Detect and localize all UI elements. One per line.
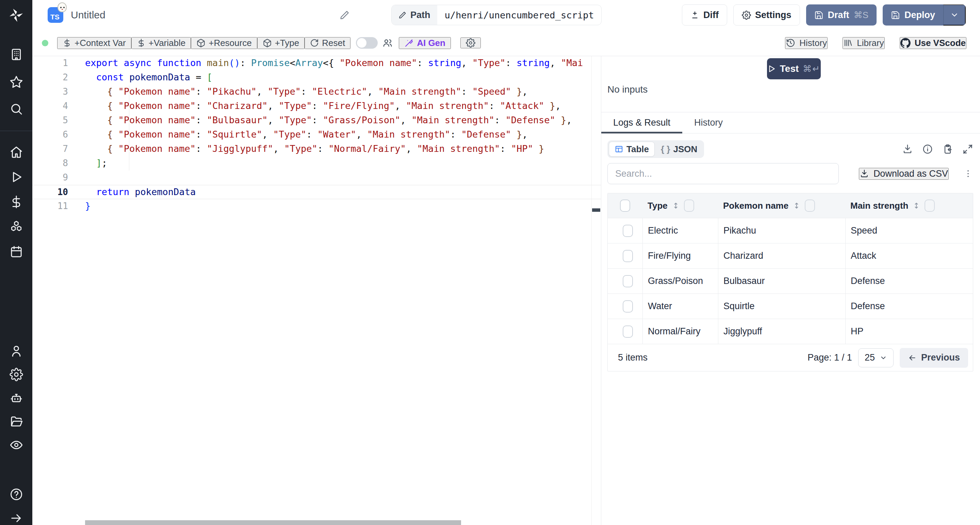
select-all-checkbox[interactable]	[620, 199, 630, 212]
edit-path-pencil-icon	[398, 11, 407, 19]
folders-icon[interactable]	[10, 415, 23, 428]
resources-boxes-icon[interactable]	[10, 220, 23, 233]
editor-toolbar: +Context Var +Variable +Resource +Type R…	[32, 30, 980, 56]
deploy-button[interactable]: Deploy	[883, 5, 943, 26]
previous-page-button[interactable]: Previous	[900, 348, 968, 368]
sort-icon[interactable]	[792, 201, 801, 210]
row-checkbox[interactable]	[623, 275, 633, 287]
variables-dollar-icon[interactable]	[10, 195, 23, 209]
settings-gear-icon[interactable]	[10, 368, 23, 381]
draft-button[interactable]: Draft ⌘S	[806, 5, 877, 26]
page-indicator: Page: 1 / 1	[808, 353, 852, 363]
more-options-kebab-icon[interactable]	[963, 169, 973, 179]
expand-fullscreen-icon[interactable]	[962, 144, 973, 155]
search-input[interactable]	[608, 163, 839, 184]
edit-title-pencil-icon[interactable]	[340, 10, 350, 20]
table-row[interactable]: Normal/FairyJigglypuffHP	[608, 319, 973, 344]
line-number: 10	[32, 185, 85, 199]
code-line-9[interactable]: 9	[32, 171, 601, 185]
code-line-2[interactable]: 2 const pokemonData = [	[32, 70, 601, 85]
audit-eye-icon[interactable]	[10, 438, 23, 452]
users-person-icon[interactable]	[10, 344, 23, 358]
copy-clipboard-icon[interactable]	[942, 144, 953, 155]
path-value[interactable]: u/henri/unencumbered_script	[437, 5, 601, 25]
schedules-calendar-icon[interactable]	[10, 245, 23, 259]
horizontal-scrollbar[interactable]	[85, 520, 461, 525]
items-count: 5 items	[618, 353, 648, 363]
chevron-down-icon	[950, 11, 959, 19]
search-icon[interactable]	[10, 102, 23, 116]
code-line-7[interactable]: 7 { "Pokemon name": "Jigglypuff", "Type"…	[32, 142, 601, 156]
row-checkbox[interactable]	[623, 225, 633, 237]
users-icon	[382, 38, 393, 48]
add-resource-button[interactable]: +Resource	[191, 37, 257, 49]
table-cell: Bulbasaur	[718, 269, 845, 294]
history-button[interactable]: History	[785, 37, 827, 49]
add-type-button[interactable]: +Type	[257, 37, 305, 49]
sort-icon[interactable]	[912, 201, 920, 210]
line-number: 6	[32, 128, 85, 142]
result-table: Type Pokemon name Main strength	[608, 193, 973, 372]
ai-gen-button[interactable]: AI Gen	[399, 37, 451, 49]
view-json-button[interactable]: { } JSON	[655, 142, 703, 156]
code-line-4[interactable]: 4 { "Pokemon name": "Charizard", "Type":…	[32, 99, 601, 113]
use-vscode-button[interactable]: Use VScode	[900, 37, 966, 49]
table-row[interactable]: Grass/PoisonBulbasaurDefense	[608, 268, 973, 294]
sort-icon[interactable]	[672, 201, 680, 210]
test-run-button[interactable]: Test ⌘↵	[767, 58, 821, 79]
row-checkbox[interactable]	[623, 250, 633, 262]
code-line-5[interactable]: 5 { "Pokemon name": "Bulbasaur", "Type":…	[32, 113, 601, 128]
workspace-building-icon[interactable]	[10, 48, 23, 61]
expand-sidebar-arrow-icon[interactable]	[10, 511, 23, 525]
windmill-logo-icon[interactable]	[8, 8, 24, 23]
path-field[interactable]: Path u/henri/unencumbered_script	[391, 5, 601, 25]
column-header-type[interactable]: Type	[648, 201, 668, 211]
download-result-icon[interactable]	[902, 144, 913, 155]
settings-button[interactable]: Settings	[733, 5, 800, 26]
deploy-options-button[interactable]	[943, 5, 966, 26]
help-icon[interactable]	[10, 488, 23, 501]
line-number: 8	[32, 156, 85, 171]
table-search-row: Download as CSV	[608, 163, 973, 184]
info-icon[interactable]	[922, 144, 933, 155]
favorites-star-icon[interactable]	[10, 75, 23, 89]
row-checkbox[interactable]	[623, 300, 633, 313]
code-line-6[interactable]: 6 { "Pokemon name": "Squirtle", "Type": …	[32, 128, 601, 142]
table-cell: Normal/Fairy	[643, 319, 718, 344]
overview-ruler-mark	[592, 208, 600, 212]
code-line-8[interactable]: 8 ];	[32, 156, 601, 171]
table-row[interactable]: WaterSquirtleDefense	[608, 294, 973, 319]
code-line-11[interactable]: 11}	[32, 199, 601, 214]
reset-rotate-icon	[310, 38, 319, 47]
diff-plus-minus-icon	[690, 11, 699, 19]
tab-logs-result[interactable]: Logs & Result	[601, 112, 682, 133]
column-filter-toggle[interactable]	[924, 199, 935, 212]
home-icon[interactable]	[10, 145, 23, 159]
diff-button[interactable]: Diff	[682, 5, 727, 26]
column-filter-toggle[interactable]	[805, 199, 815, 212]
page-size-select[interactable]: 25	[858, 348, 894, 367]
row-checkbox[interactable]	[623, 326, 633, 338]
column-filter-toggle[interactable]	[684, 199, 694, 212]
code-line-10[interactable]: 10 return pokemonData	[32, 185, 601, 199]
add-variable-button[interactable]: +Variable	[131, 37, 191, 49]
add-context-var-button[interactable]: +Context Var	[57, 37, 131, 49]
tab-history[interactable]: History	[682, 112, 735, 133]
reset-button[interactable]: Reset	[305, 37, 350, 49]
editor-settings-gear-button[interactable]	[460, 37, 481, 48]
view-table-button[interactable]: Table	[609, 142, 655, 156]
multiplayer-toggle[interactable]	[356, 37, 378, 49]
typescript-badge: TS	[48, 7, 63, 23]
runs-play-icon[interactable]	[10, 170, 23, 184]
table-row[interactable]: Fire/FlyingCharizardAttack	[608, 243, 973, 268]
library-button[interactable]: Library	[843, 37, 885, 49]
code-editor[interactable]: 1export async function main(): Promise<A…	[32, 56, 601, 525]
download-csv-button[interactable]: Download as CSV	[859, 168, 949, 180]
column-header-main-strength[interactable]: Main strength	[850, 201, 908, 211]
code-line-3[interactable]: 3 { "Pokemon name": "Pikachu", "Type": "…	[32, 85, 601, 99]
line-number: 2	[32, 70, 85, 85]
code-line-1[interactable]: 1export async function main(): Promise<A…	[32, 56, 601, 70]
workers-robot-icon[interactable]	[10, 391, 23, 405]
column-header-pokemon-name[interactable]: Pokemon name	[723, 201, 788, 211]
table-row[interactable]: ElectricPikachuSpeed	[608, 218, 973, 243]
